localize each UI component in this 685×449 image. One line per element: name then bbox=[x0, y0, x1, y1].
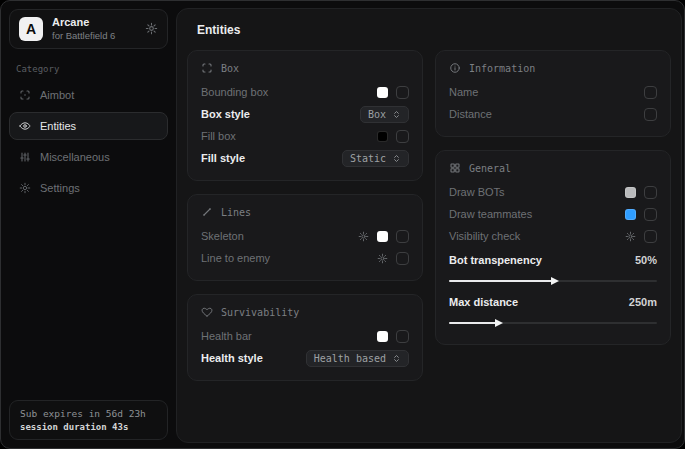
app-logo-box: A Arcane for Battlefield 6 bbox=[9, 9, 168, 49]
setting-label: Bot transpenency bbox=[449, 254, 542, 266]
setting-row: Bounding box bbox=[201, 81, 409, 103]
sidebar-item-miscellaneous[interactable]: Miscellaneous bbox=[9, 143, 168, 171]
checkbox[interactable] bbox=[644, 108, 657, 121]
session-duration-text: session duration 43s bbox=[20, 422, 157, 432]
setting-label: Draw BOTs bbox=[449, 186, 505, 198]
color-swatch[interactable] bbox=[377, 231, 388, 242]
checkbox[interactable] bbox=[396, 230, 409, 243]
card-title: Lines bbox=[221, 207, 251, 218]
card-box: Box Bounding box Box style Box bbox=[187, 50, 423, 181]
grid-icon bbox=[449, 162, 461, 174]
setting-row: Name bbox=[449, 81, 657, 103]
checkbox[interactable] bbox=[644, 186, 657, 199]
box-corners-icon bbox=[201, 62, 213, 74]
checkbox[interactable] bbox=[396, 330, 409, 343]
gear-icon[interactable] bbox=[625, 231, 636, 242]
setting-label: Draw teammates bbox=[449, 208, 532, 220]
setting-label: Bounding box bbox=[201, 86, 268, 98]
sidebar-item-label: Settings bbox=[40, 182, 80, 194]
slider-thumb[interactable] bbox=[551, 277, 559, 285]
setting-label: Distance bbox=[449, 108, 492, 120]
gear-icon[interactable] bbox=[358, 231, 369, 242]
main-panel: Entities Box Bounding box bbox=[176, 8, 682, 443]
page-title: Entities bbox=[197, 23, 671, 37]
checkbox[interactable] bbox=[644, 86, 657, 99]
card-information: Information Name Distance bbox=[435, 50, 671, 137]
diagonal-line-icon bbox=[201, 206, 213, 218]
setting-label: Skeleton bbox=[201, 230, 244, 242]
card-title: General bbox=[469, 163, 511, 174]
color-swatch[interactable] bbox=[377, 331, 388, 342]
app-window: A Arcane for Battlefield 6 Category Aimb bbox=[0, 0, 685, 449]
color-swatch[interactable] bbox=[625, 187, 636, 198]
gear-icon[interactable] bbox=[145, 22, 158, 35]
slider-value: 250m bbox=[629, 296, 657, 308]
max-distance-slider[interactable] bbox=[449, 322, 657, 324]
box-style-dropdown[interactable]: Box bbox=[360, 106, 409, 123]
bot-transparency-slider[interactable] bbox=[449, 280, 657, 282]
setting-label: Box style bbox=[201, 108, 250, 120]
setting-row: Draw BOTs bbox=[449, 181, 657, 203]
slider-value: 50% bbox=[635, 254, 657, 266]
heart-icon bbox=[201, 306, 213, 318]
card-general: General Draw BOTs Draw teammates bbox=[435, 150, 671, 345]
card-lines: Lines Skeleton bbox=[187, 194, 423, 281]
setting-label: Fill box bbox=[201, 130, 236, 142]
card-title: Information bbox=[469, 63, 535, 74]
sidebar-item-label: Entities bbox=[40, 120, 76, 132]
setting-row: Box style Box bbox=[201, 103, 409, 125]
card-title: Survivability bbox=[221, 307, 299, 318]
setting-row: Distance bbox=[449, 103, 657, 125]
setting-row: Health style Health based bbox=[201, 347, 409, 369]
info-icon bbox=[449, 62, 461, 74]
card-title: Box bbox=[221, 63, 239, 74]
slider-thumb[interactable] bbox=[495, 319, 503, 327]
setting-row: Draw teammates bbox=[449, 203, 657, 225]
max-distance-setting: Max distance 250m bbox=[449, 291, 657, 324]
sidebar-item-label: Aimbot bbox=[40, 89, 74, 101]
gear-icon[interactable] bbox=[377, 253, 388, 264]
app-subtitle: for Battlefield 6 bbox=[52, 30, 115, 42]
color-swatch[interactable] bbox=[377, 131, 388, 142]
entities-eye-icon bbox=[19, 120, 31, 132]
sidebar-item-settings[interactable]: Settings bbox=[9, 174, 168, 202]
gear-icon bbox=[19, 182, 31, 194]
bot-transparency-setting: Bot transpenency 50% bbox=[449, 249, 657, 282]
setting-row: Line to enemy bbox=[201, 247, 409, 269]
checkbox[interactable] bbox=[396, 86, 409, 99]
setting-label: Health style bbox=[201, 352, 263, 364]
sidebar-item-aimbot[interactable]: Aimbot bbox=[9, 81, 168, 109]
card-survivability: Survivability Health bar Health style bbox=[187, 294, 423, 381]
sub-expires-text: Sub expires in 56d 23h bbox=[20, 408, 157, 419]
color-swatch[interactable] bbox=[377, 87, 388, 98]
sliders-icon bbox=[19, 151, 31, 163]
setting-label: Name bbox=[449, 86, 478, 98]
health-style-dropdown[interactable]: Health based bbox=[306, 350, 409, 367]
right-column: Information Name Distance bbox=[435, 50, 671, 381]
color-swatch[interactable] bbox=[625, 209, 636, 220]
sidebar: A Arcane for Battlefield 6 Category Aimb bbox=[1, 1, 176, 448]
subscription-status-box: Sub expires in 56d 23h session duration … bbox=[9, 400, 168, 440]
setting-label: Line to enemy bbox=[201, 252, 270, 264]
setting-label: Visibility check bbox=[449, 230, 520, 242]
setting-row: Fill style Static bbox=[201, 147, 409, 169]
setting-label: Fill style bbox=[201, 152, 245, 164]
setting-row: Skeleton bbox=[201, 225, 409, 247]
app-logo: A bbox=[19, 17, 43, 41]
crosshair-icon bbox=[19, 89, 31, 101]
up-down-arrows-icon bbox=[392, 354, 401, 363]
fill-style-dropdown[interactable]: Static bbox=[342, 150, 409, 167]
setting-row: Visibility check bbox=[449, 225, 657, 247]
setting-label: Max distance bbox=[449, 296, 518, 308]
checkbox[interactable] bbox=[644, 208, 657, 221]
left-column: Box Bounding box Box style Box bbox=[187, 50, 423, 381]
checkbox[interactable] bbox=[396, 252, 409, 265]
setting-row: Health bar bbox=[201, 325, 409, 347]
up-down-arrows-icon bbox=[392, 154, 401, 163]
checkbox[interactable] bbox=[644, 230, 657, 243]
up-down-arrows-icon bbox=[392, 110, 401, 119]
checkbox[interactable] bbox=[396, 130, 409, 143]
sidebar-item-entities[interactable]: Entities bbox=[9, 112, 168, 140]
sidebar-item-label: Miscellaneous bbox=[40, 151, 110, 163]
setting-row: Fill box bbox=[201, 125, 409, 147]
